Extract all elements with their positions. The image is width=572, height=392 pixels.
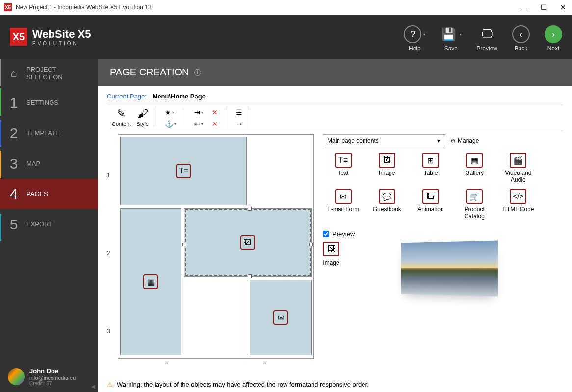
object-gallery[interactable]: ▦Gallery — [454, 153, 495, 184]
row-format-button[interactable]: ☰ — [234, 107, 245, 117]
sidebar-item-map[interactable]: 3 MAP — [0, 148, 98, 179]
info-icon[interactable]: i — [194, 69, 201, 76]
cart-icon: 🛒 — [466, 189, 483, 204]
col-delete-button[interactable]: ✕ — [210, 119, 220, 129]
row-label: 3 — [107, 328, 114, 335]
mail-icon: ✉ — [273, 310, 288, 325]
user-credits: Crediti: 57 — [29, 381, 76, 386]
image-icon: 🖼 — [323, 242, 339, 256]
animation-icon: 🎞 — [422, 189, 439, 204]
object-email-form[interactable]: ✉E-mail Form — [323, 189, 364, 220]
text-icon: T≡ — [176, 164, 191, 178]
brand-sub: EVOLUTION — [32, 41, 91, 46]
content-icon: ✎ — [117, 107, 126, 120]
object-image[interactable]: 🖼Image — [366, 153, 407, 184]
cell-gallery[interactable]: ▦ — [120, 208, 181, 355]
help-button[interactable]: ?▾ Help — [404, 25, 425, 52]
object-animation[interactable]: 🎞Animation — [410, 189, 451, 220]
save-icon: 💾 — [440, 25, 458, 43]
window-title: New Project 1 - Incomedia WebSite X5 Evo… — [16, 4, 519, 11]
manage-button[interactable]: ⚙ Manage — [450, 137, 479, 144]
row-label: 2 — [107, 250, 114, 257]
gear-icon: ⚙ — [450, 137, 456, 144]
sidebar-item-project-selection[interactable]: ⌂ PROJECT SELECTION — [0, 59, 98, 88]
cell-email[interactable]: ✉ — [250, 280, 312, 355]
row-label: 1 — [107, 172, 114, 179]
sidebar: ⌂ PROJECT SELECTION 1 SETTINGS 2 TEMPLAT… — [0, 59, 98, 392]
responsive-button[interactable]: ↔ — [234, 119, 245, 129]
cell-text[interactable]: T≡ — [120, 137, 247, 205]
logo-icon: X5 — [10, 28, 27, 46]
back-icon: ‹ — [512, 25, 530, 43]
gallery-icon: ▦ — [466, 153, 483, 168]
sidebar-item-settings[interactable]: 1 SETTINGS — [0, 88, 98, 118]
object-guestbook[interactable]: 💬Guestbook — [366, 189, 407, 220]
user-email: info@incomedia.eu — [29, 375, 76, 381]
row-insert-button[interactable]: ⇥▾ — [192, 107, 205, 117]
back-button[interactable]: ‹ Back — [512, 25, 530, 52]
warning-text: Warning: the layout of the objects may h… — [117, 381, 369, 388]
current-page-label: Current Page: — [107, 93, 147, 100]
preview-icon: 🖵 — [478, 25, 496, 43]
layout-grid[interactable]: T≡ ▦ 🖼 — [118, 134, 314, 359]
object-html-code[interactable]: </>HTML Code — [498, 189, 539, 220]
sidebar-item-export[interactable]: 5 EXPORT — [0, 209, 98, 240]
preview-checkbox[interactable]: Preview — [323, 230, 563, 238]
next-button[interactable]: › Next — [545, 25, 562, 52]
sidebar-collapse[interactable]: ◀ — [91, 384, 95, 389]
preview-button[interactable]: 🖵 Preview — [476, 25, 497, 52]
user-name: John Doe — [29, 368, 76, 375]
sidebar-user: John Doe info@incomedia.eu Crediti: 57 — [0, 362, 98, 392]
style-icon: 🖌 — [137, 107, 148, 120]
image-icon: 🖼 — [240, 235, 255, 250]
current-page-value: Menu\Home Page — [153, 93, 206, 100]
window-titlebar: X5 New Project 1 - Incomedia WebSite X5 … — [0, 0, 572, 15]
home-icon: ⌂ — [8, 67, 20, 80]
app-icon: X5 — [4, 3, 12, 11]
toolbar: ✎ Content 🖌 Style ★▾ ⚓▾ ⇥▾ ✕ — [107, 105, 563, 131]
anchor-button[interactable]: ⚓▾ — [163, 119, 178, 129]
warning-icon: ⚠ — [107, 381, 113, 388]
content-button[interactable]: ✎ Content — [112, 107, 131, 127]
sidebar-item-template[interactable]: 2 TEMPLATE — [0, 118, 98, 148]
page-title: PAGE CREATION — [110, 67, 189, 78]
col-insert-button[interactable]: ⇤▾ — [192, 119, 205, 129]
column-marker-icon: ⌂ — [165, 360, 168, 365]
mail-icon: ✉ — [335, 189, 352, 204]
avatar — [8, 368, 25, 385]
sidebar-item-pages[interactable]: 4 PAGES — [0, 179, 98, 209]
object-video-audio[interactable]: 🎬Video and Audio — [498, 153, 539, 184]
next-icon: › — [545, 25, 562, 43]
object-product-catalog[interactable]: 🛒Product Catalog — [454, 189, 495, 220]
help-icon: ? — [404, 25, 421, 43]
guestbook-icon: 💬 — [379, 189, 395, 204]
close-button[interactable]: ✕ — [558, 3, 568, 11]
favorite-button[interactable]: ★▾ — [163, 107, 178, 117]
preview-selected-object: 🖼 Image — [323, 242, 339, 266]
minimize-button[interactable]: — — [519, 3, 529, 11]
maximize-button[interactable]: ☐ — [539, 3, 548, 11]
video-icon: 🎬 — [510, 153, 526, 168]
page-header: PAGE CREATION i — [98, 59, 572, 86]
brand-name: WebSite X5 — [32, 28, 91, 41]
cell-image-selected[interactable]: 🖼 — [184, 208, 312, 277]
preview-image — [401, 241, 498, 297]
image-icon: 🖼 — [379, 153, 395, 168]
table-icon: ⊞ — [422, 153, 439, 168]
save-button[interactable]: 💾▾ Save — [440, 25, 462, 52]
code-icon: </> — [510, 189, 526, 204]
row-delete-button[interactable]: ✕ — [210, 107, 220, 117]
text-icon: T≡ — [335, 153, 352, 168]
column-marker-icon: ⌂ — [263, 360, 266, 365]
object-table[interactable]: ⊞Table — [410, 153, 451, 184]
warning-bar: ⚠ Warning: the layout of the objects may… — [98, 377, 572, 392]
chevron-down-icon: ▼ — [436, 138, 441, 144]
gallery-icon: ▦ — [143, 274, 158, 289]
style-button[interactable]: 🖌 Style — [137, 107, 149, 127]
content-category-select[interactable]: Main page contents ▼ — [323, 134, 445, 147]
object-text[interactable]: T≡Text — [323, 153, 364, 184]
app-header: X5 WebSite X5 EVOLUTION ?▾ Help 💾▾ Save … — [0, 15, 572, 59]
